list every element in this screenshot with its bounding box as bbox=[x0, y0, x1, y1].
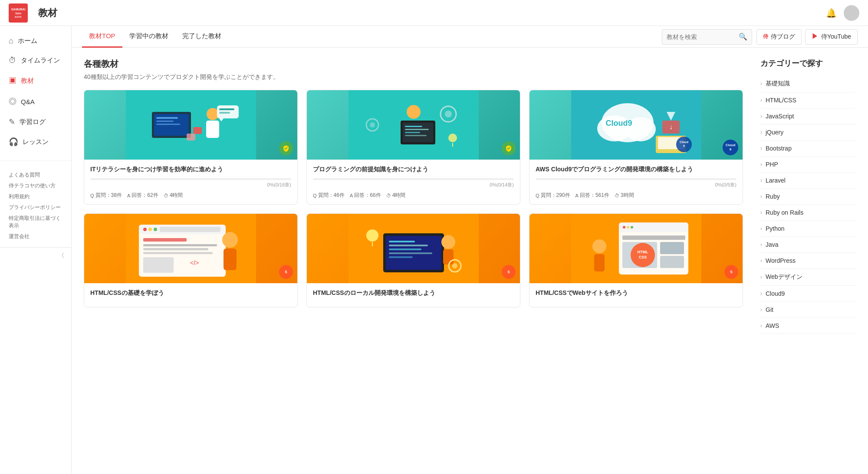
category-item-git[interactable]: › Git bbox=[760, 302, 856, 318]
card-html-css-local[interactable]: 5 HTML/CSSのローカル開発環境を構築しよう bbox=[306, 213, 520, 307]
progress-text: 0%(0/5章) bbox=[536, 182, 736, 188]
category-item-laravel[interactable]: › Laravel bbox=[760, 173, 856, 189]
tab-done[interactable]: 完了した教材 bbox=[175, 26, 228, 48]
category-item-ruby[interactable]: › Ruby bbox=[760, 189, 856, 205]
blog-button[interactable]: 侍 侍ブログ bbox=[756, 29, 802, 45]
sub-header: 教材TOP 学習中の教材 完了した教材 🔍 侍 侍ブログ ▶ 侍YouTube bbox=[72, 26, 868, 48]
chevron-right-icon: › bbox=[760, 209, 762, 216]
svg-point-70 bbox=[366, 229, 378, 242]
card-body: プログラミングの前提知識を身につけよう 0%(0/14章) Q質問：46件 A回… bbox=[307, 160, 520, 204]
svg-rect-25 bbox=[405, 135, 427, 136]
card-html-css-basics[interactable]: </> 5 HTML/CSSの基礎を学ぼう bbox=[84, 213, 298, 307]
tab-kyozai-top[interactable]: 教材TOP bbox=[82, 26, 122, 48]
category-title: カテゴリーで探す bbox=[760, 58, 856, 69]
category-item-kiso[interactable]: › 基礎知識 bbox=[760, 75, 856, 92]
footer-link-faq[interactable]: よくある質問 bbox=[9, 171, 62, 179]
card-programming-basics[interactable]: プログラミングの前提知識を身につけよう 0%(0/14章) Q質問：46件 A回… bbox=[306, 90, 520, 205]
sidebar-item-timeline[interactable]: ⏱ タイムライン bbox=[0, 51, 71, 70]
svg-text:KOYA: KOYA bbox=[15, 16, 21, 18]
category-item-js[interactable]: › JavaScript bbox=[760, 108, 856, 124]
header-right: 🔔 bbox=[826, 5, 859, 21]
category-item-python[interactable]: › Python bbox=[760, 221, 856, 237]
chevron-right-icon: › bbox=[760, 258, 762, 264]
logo[interactable]: SAMURAI TERA KOYA bbox=[9, 3, 28, 23]
section-title: 各種教材 bbox=[84, 58, 743, 70]
footer-link-terms[interactable]: 利用規約 bbox=[9, 193, 62, 200]
question-icon: Q bbox=[536, 193, 539, 198]
svg-point-57 bbox=[222, 232, 238, 248]
sidebar-item-kyozai[interactable]: ▣ 教材 bbox=[0, 70, 71, 91]
chevron-right-icon: › bbox=[760, 97, 762, 103]
category-item-php[interactable]: › PHP bbox=[760, 157, 856, 173]
category-item-cloud9[interactable]: › Cloud9 bbox=[760, 286, 856, 302]
search-icon: 🔍 bbox=[739, 33, 747, 41]
notification-bell-icon[interactable]: 🔔 bbox=[826, 8, 837, 18]
card-it-literacy[interactable]: ITリテラシーを身につけ学習を効率的に進めよう 0%(0/16章) Q質問：38… bbox=[84, 90, 298, 205]
sidebar: ⌂ ホーム ⏱ タイムライン ▣ 教材 ◎ Q&A ✎ 学習ログ bbox=[0, 26, 72, 474]
svg-rect-14 bbox=[219, 108, 234, 110]
svg-rect-23 bbox=[405, 129, 429, 130]
footer-link-privacy[interactable]: プライバシーポリシー bbox=[9, 204, 62, 211]
category-item-webdesign[interactable]: › Webデザイン bbox=[760, 269, 856, 286]
sidebar-collapse-button[interactable]: 〈 bbox=[0, 247, 71, 264]
category-item-ror[interactable]: › Ruby on Rails bbox=[760, 205, 856, 221]
svg-point-30 bbox=[448, 134, 457, 142]
sidebar-item-home[interactable]: ⌂ ホーム bbox=[0, 31, 71, 51]
section-subtitle: 40種類以上の学習コンテンツでプロダクト開発を学ぶことができます。 bbox=[84, 73, 743, 81]
svg-text:</>: </> bbox=[190, 259, 199, 266]
chevron-right-icon: › bbox=[760, 129, 762, 135]
card-html-css-website[interactable]: HTML CSS 5 bbox=[529, 213, 743, 307]
category-item-html[interactable]: › HTML/CSS bbox=[760, 92, 856, 108]
youtube-button[interactable]: ▶ 侍YouTube bbox=[805, 29, 858, 45]
category-label: Bootstrap bbox=[766, 145, 792, 152]
card-body: AWS Cloud9でプログラミングの開発環境の構築をしよう 0%(0/5章) … bbox=[529, 160, 743, 204]
svg-rect-83 bbox=[660, 256, 684, 268]
sidebar-item-label: 教材 bbox=[21, 77, 34, 85]
category-label: HTML/CSS bbox=[766, 97, 796, 104]
headphones-icon: 🎧 bbox=[9, 137, 18, 147]
svg-text:Cloud9: Cloud9 bbox=[605, 119, 632, 127]
sidebar-item-qa[interactable]: ◎ Q&A bbox=[0, 91, 71, 112]
category-item-bootstrap[interactable]: › Bootstrap bbox=[760, 141, 856, 157]
card-stats: Q質問：290件 A回答：561件 ⏱3時間 bbox=[536, 192, 736, 199]
question-icon: Q bbox=[313, 193, 317, 198]
pencil-icon: ✎ bbox=[9, 117, 15, 127]
avatar[interactable] bbox=[844, 5, 859, 21]
card-aws-cloud9[interactable]: Cloud9 ↓ bbox=[529, 90, 743, 205]
svg-rect-52 bbox=[143, 238, 187, 242]
svg-rect-88 bbox=[594, 254, 605, 271]
category-label: 基礎知識 bbox=[766, 80, 790, 88]
category-label: Git bbox=[766, 306, 773, 313]
chevron-right-icon: › bbox=[760, 242, 762, 248]
category-item-java[interactable]: › Java bbox=[760, 237, 856, 253]
sidebar-item-lesson[interactable]: 🎧 レッスン bbox=[0, 132, 71, 152]
category-item-jquery[interactable]: › jQuery bbox=[760, 124, 856, 141]
card-badge-html5-2: 5 bbox=[502, 265, 516, 279]
tab-learning[interactable]: 学習中の教材 bbox=[122, 26, 175, 48]
svg-rect-9 bbox=[156, 124, 180, 125]
svg-point-49 bbox=[148, 228, 152, 231]
clock-icon: ⏱ bbox=[615, 193, 619, 198]
footer-link-trade[interactable]: 特定商取引法に基づく表示 bbox=[9, 215, 62, 229]
category-item-aws[interactable]: › AWS bbox=[760, 318, 856, 334]
category-item-wordpress[interactable]: › WordPress bbox=[760, 253, 856, 269]
category-label: Ruby bbox=[766, 193, 780, 200]
qa-icon: ◎ bbox=[9, 96, 16, 107]
svg-rect-65 bbox=[389, 248, 421, 250]
sidebar-footer: よくある質問 侍テラコヤの使い方 利用規約 プライバシーポリシー 特定商取引法に… bbox=[0, 164, 71, 247]
footer-link-howto[interactable]: 侍テラコヤの使い方 bbox=[9, 182, 62, 190]
sidebar-nav: ⌂ ホーム ⏱ タイムライン ▣ 教材 ◎ Q&A ✎ 学習ログ bbox=[0, 26, 71, 157]
sidebar-item-label: タイムライン bbox=[21, 56, 60, 65]
svg-rect-51 bbox=[160, 227, 220, 232]
footer-link-company[interactable]: 運営会社 bbox=[9, 233, 62, 240]
svg-point-87 bbox=[592, 239, 606, 253]
sidebar-item-label: Q&A bbox=[21, 98, 35, 105]
sidebar-item-log[interactable]: ✎ 学習ログ bbox=[0, 112, 71, 132]
card-title: HTML/CSSの基礎を学ぼう bbox=[90, 288, 291, 297]
svg-point-77 bbox=[623, 226, 625, 229]
svg-point-79 bbox=[631, 226, 633, 229]
search-box[interactable]: 🔍 bbox=[662, 29, 752, 45]
chevron-right-icon: › bbox=[760, 274, 762, 280]
search-input[interactable] bbox=[667, 33, 736, 40]
category-label: Python bbox=[766, 225, 785, 232]
